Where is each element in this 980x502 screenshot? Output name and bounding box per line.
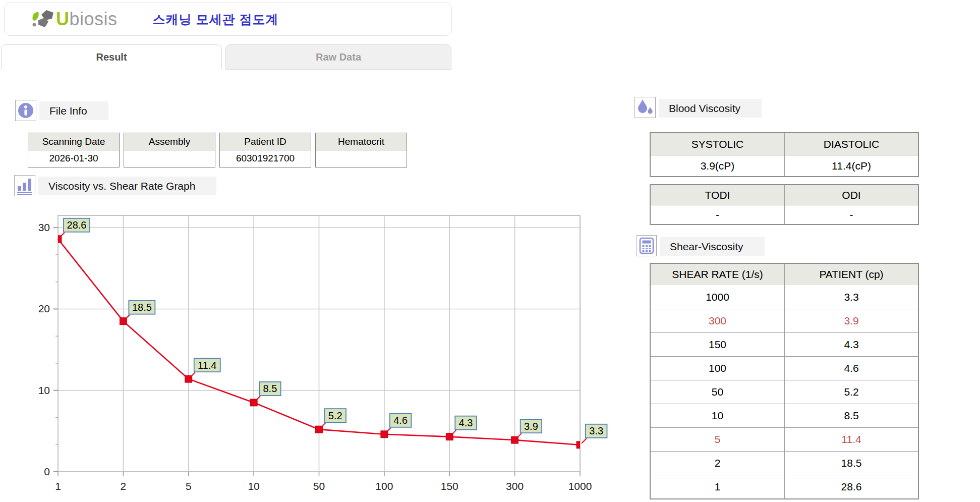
data-label: 3.9 xyxy=(524,421,538,432)
label-leader-line xyxy=(386,428,391,433)
shear-rate-cell: 100 xyxy=(651,357,784,380)
index-table-header-row: TODI ODI xyxy=(651,185,918,205)
shear-table-row: 505.2 xyxy=(651,380,918,404)
x-tick-label: 300 xyxy=(506,480,524,492)
patient-viscosity-cell: 3.3 xyxy=(784,285,918,309)
shear-table-header-row: SHEAR RATE (1/s) PATIENT (cp) xyxy=(651,264,918,285)
file-info-title: File Info xyxy=(39,101,108,120)
diastolic-value: 11.4(cP) xyxy=(784,155,918,176)
bar-chart-icon xyxy=(16,176,34,195)
tab-raw-data[interactable]: Raw Data xyxy=(225,44,451,70)
file-field-label: Hematocrit xyxy=(316,133,407,150)
shear-table-row: 1004.6 xyxy=(651,356,918,380)
shear-table-row: 511.4 xyxy=(651,427,918,451)
graph-title: Viscosity vs. Shear Rate Graph xyxy=(38,177,216,195)
y-tick-label: 0 xyxy=(44,466,50,477)
graph-icon-box xyxy=(14,175,35,196)
shear-table-row: 1504.3 xyxy=(651,332,918,356)
patient-viscosity-cell: 3.9 xyxy=(784,309,918,332)
file-field-assembly: Assembly xyxy=(124,133,215,168)
pressure-viscosity-table: SYSTOLIC DIASTOLIC 3.9(cP) 11.4(cP) xyxy=(650,132,919,177)
index-table-value-row: - - xyxy=(651,205,918,224)
app-header: Ubiosis 스캐닝 모세관 점도계 xyxy=(4,3,452,36)
file-field-value: 60301921700 xyxy=(220,150,311,167)
y-tick-label: 20 xyxy=(38,303,50,314)
shear-viscosity-title: Shear-Viscosity xyxy=(660,237,765,256)
file-info-table: Scanning Date2026-01-30AssemblyPatient I… xyxy=(28,133,407,168)
x-tick-label: 50 xyxy=(313,480,325,492)
systolic-value: 3.9(cP) xyxy=(651,155,784,176)
diastolic-header: DIASTOLIC xyxy=(784,133,918,155)
file-field-patient-id: Patient ID60301921700 xyxy=(219,133,311,168)
data-label: 4.3 xyxy=(459,417,473,428)
shear-table-row: 128.6 xyxy=(651,475,918,498)
file-field-label: Patient ID xyxy=(220,133,311,150)
x-tick-label: 1 xyxy=(55,480,61,492)
x-tick-label: 1000 xyxy=(568,480,592,492)
shear-rate-header: SHEAR RATE (1/s) xyxy=(651,264,784,285)
shear-table-row: 10003.3 xyxy=(651,285,918,309)
patient-viscosity-cell: 4.6 xyxy=(784,357,918,380)
ubiosis-logo: Ubiosis xyxy=(31,8,118,30)
shear-rate-cell: 1 xyxy=(651,475,784,498)
x-tick-label: 5 xyxy=(186,480,192,492)
file-info-icon-box xyxy=(15,100,36,121)
todi-value: - xyxy=(651,205,784,224)
data-label: 8.5 xyxy=(263,383,277,394)
patient-viscosity-cell: 8.5 xyxy=(784,404,918,427)
shear-table-body: 10003.33003.91504.31004.6505.2108.5511.4… xyxy=(651,285,918,498)
shear-rate-cell: 1000 xyxy=(651,285,784,309)
data-label: 3.3 xyxy=(589,425,603,436)
patient-viscosity-cell: 4.3 xyxy=(784,333,918,356)
todi-header: TODI xyxy=(651,185,784,205)
shear-viscosity-table: SHEAR RATE (1/s) PATIENT (cp) 10003.3300… xyxy=(650,263,919,499)
data-label: 4.6 xyxy=(393,415,408,426)
app-title: 스캐닝 모세관 점도계 xyxy=(153,11,279,28)
shear-viscosity-icon-box xyxy=(637,235,657,256)
viscometer-app: Ubiosis 스캐닝 모세관 점도계 Result Raw Data File… xyxy=(0,0,980,502)
shear-rate-cell: 300 xyxy=(651,309,784,332)
logo-letters-biosis: biosis xyxy=(70,9,118,29)
shear-rate-cell: 150 xyxy=(651,333,784,356)
label-leader-line xyxy=(255,396,260,401)
data-label: 5.2 xyxy=(328,410,342,421)
info-icon xyxy=(17,102,34,119)
data-label: 18.5 xyxy=(132,302,152,313)
file-field-scanning-date: Scanning Date2026-01-30 xyxy=(28,133,120,168)
x-tick-label: 150 xyxy=(441,480,458,492)
data-label: 11.4 xyxy=(198,360,216,371)
odi-value: - xyxy=(784,205,918,224)
tab-bar: Result Raw Data xyxy=(0,44,452,70)
patient-viscosity-cell: 18.5 xyxy=(784,452,918,475)
blood-viscosity-icon-box xyxy=(635,97,656,118)
shear-table-row: 3003.9 xyxy=(651,309,918,332)
label-leader-line xyxy=(60,233,65,238)
tab-result[interactable]: Result xyxy=(1,44,222,70)
ubiosis-leaf-icon xyxy=(31,8,55,30)
file-field-value xyxy=(316,150,407,167)
file-field-hematocrit: Hematocrit xyxy=(315,133,407,168)
blood-drops-icon xyxy=(636,98,654,117)
x-tick-label: 100 xyxy=(375,480,393,492)
label-leader-line xyxy=(451,430,456,435)
calculator-icon xyxy=(639,237,654,254)
label-leader-line xyxy=(321,423,326,428)
file-field-value xyxy=(124,150,215,167)
label-leader-line xyxy=(582,438,587,443)
logo-letter-u: U xyxy=(56,9,70,29)
shear-rate-cell: 2 xyxy=(651,452,784,475)
shear-rate-cell: 5 xyxy=(651,428,784,451)
blood-viscosity-title: Blood Viscosity xyxy=(659,99,762,118)
label-leader-line xyxy=(516,433,522,438)
shear-rate-cell: 50 xyxy=(651,380,784,404)
file-field-value: 2026-01-30 xyxy=(28,150,119,167)
label-leader-line xyxy=(125,315,130,320)
index-table: TODI ODI - - xyxy=(650,184,919,225)
pressure-table-value-row: 3.9(cP) 11.4(cP) xyxy=(651,155,918,176)
patient-viscosity-cell: 28.6 xyxy=(784,475,918,498)
patient-viscosity-cell: 5.2 xyxy=(784,380,918,404)
patient-viscosity-cell: 11.4 xyxy=(784,428,918,451)
patient-header: PATIENT (cp) xyxy=(784,264,918,285)
odi-header: ODI xyxy=(784,185,918,205)
viscosity-shear-chart: 01020301251050100150300100028.618.511.48… xyxy=(10,209,636,502)
